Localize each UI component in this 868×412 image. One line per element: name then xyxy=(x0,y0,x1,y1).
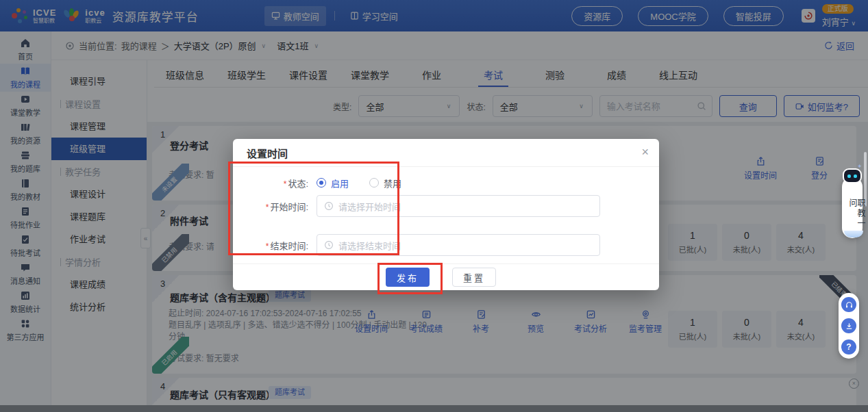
help-button[interactable]: ? xyxy=(841,339,856,355)
annotation-box-form xyxy=(228,162,399,255)
robot-face-icon xyxy=(843,168,862,183)
floating-toolbar: ? xyxy=(839,293,859,359)
annotation-box-publish xyxy=(377,263,443,294)
headset-icon xyxy=(845,300,854,309)
reset-button[interactable]: 重置 xyxy=(452,268,496,287)
ai-assistant-widget[interactable]: 职教一问 ✦ xyxy=(841,171,864,240)
sparkle-icon: ✦ xyxy=(857,163,863,170)
download-button[interactable] xyxy=(841,318,856,333)
download-icon xyxy=(845,322,854,331)
customer-service-button[interactable] xyxy=(841,297,856,312)
close-icon[interactable]: × xyxy=(641,145,649,159)
